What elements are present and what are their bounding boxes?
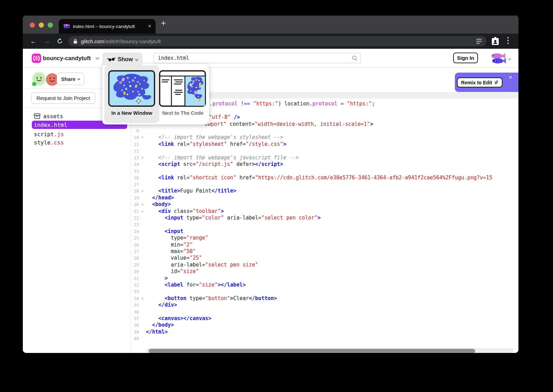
code-line: 13 <!-- import the webpage's javascript … bbox=[131, 155, 518, 161]
fold-spacer bbox=[141, 282, 146, 288]
fold-toggle-icon[interactable] bbox=[141, 208, 146, 215]
new-window-illustration bbox=[108, 70, 155, 107]
banner-close-icon[interactable]: × bbox=[509, 74, 512, 81]
line-number: 11 bbox=[131, 141, 141, 148]
scrollbar-thumb[interactable] bbox=[149, 349, 475, 353]
code-line: 17 bbox=[131, 181, 518, 188]
code-line: 27 max="50" bbox=[131, 248, 518, 255]
line-number: 32 bbox=[131, 282, 141, 288]
line-number: 13 bbox=[131, 155, 141, 161]
new-tab-button[interactable]: + bbox=[161, 18, 166, 28]
line-number: 21 bbox=[131, 208, 141, 215]
back-button[interactable]: ← bbox=[28, 36, 39, 46]
line-number: 27 bbox=[131, 248, 141, 255]
fold-spacer bbox=[141, 309, 146, 315]
archive-box-icon bbox=[34, 113, 40, 119]
line-number: 29 bbox=[131, 262, 141, 268]
code-line: 11 <link rel="stylesheet" href="/style.c… bbox=[131, 141, 518, 148]
reload-icon bbox=[57, 38, 63, 44]
sunglasses-icon bbox=[107, 57, 115, 62]
code-line: 20 <body> bbox=[131, 201, 518, 208]
sign-in-button[interactable]: Sign In bbox=[453, 53, 478, 63]
remix-label: Remix to Edit bbox=[461, 80, 492, 85]
code-line: 36 bbox=[131, 309, 518, 315]
tab-close-icon[interactable]: × bbox=[148, 23, 151, 30]
traffic-light-close-icon[interactable] bbox=[30, 22, 35, 28]
fold-spacer bbox=[141, 195, 146, 201]
line-number: 15 bbox=[131, 168, 141, 174]
chevron-down-icon bbox=[507, 56, 511, 60]
assets-label: assets bbox=[43, 113, 63, 120]
code-line: 21 <div class="toolbar"> bbox=[131, 208, 518, 215]
fold-spacer bbox=[141, 248, 146, 255]
code-line: 9 bbox=[131, 128, 518, 134]
fold-toggle-icon[interactable] bbox=[141, 188, 146, 194]
line-number: 19 bbox=[131, 195, 141, 201]
traffic-light-zoom-icon[interactable] bbox=[48, 22, 53, 28]
code-line: 31 > bbox=[131, 275, 518, 282]
share-button[interactable]: Share bbox=[57, 73, 84, 85]
code-line: 26 min="2" bbox=[131, 242, 518, 248]
line-number: 22 bbox=[131, 215, 141, 221]
file-style-css[interactable]: style.css bbox=[23, 138, 130, 147]
show-menu: In a New Window bbox=[102, 64, 209, 124]
code-line: 33 bbox=[131, 288, 518, 295]
fold-spacer bbox=[141, 329, 146, 335]
code-line: 37 <canvas></canvas> bbox=[131, 315, 518, 322]
fold-spacer bbox=[141, 141, 146, 148]
glitch-header: bouncy-candytuft Sign In bbox=[23, 49, 518, 68]
fold-spacer bbox=[141, 322, 146, 328]
code-line: 28 value="25" bbox=[131, 255, 518, 261]
code-line: 14 <script src="/script.js" defer></scri… bbox=[131, 161, 518, 168]
fold-spacer bbox=[141, 315, 146, 322]
fold-spacer bbox=[141, 262, 146, 268]
profile-badge-icon[interactable] bbox=[491, 37, 499, 47]
url-domain: glitch.com bbox=[81, 38, 104, 44]
remix-to-edit-button[interactable]: Remix to Edit bbox=[457, 77, 503, 87]
fold-toggle-icon[interactable] bbox=[141, 201, 146, 208]
file-name: script.js bbox=[34, 131, 64, 138]
line-number: 16 bbox=[131, 175, 141, 181]
code-line: 19 </head> bbox=[131, 195, 518, 201]
code-line: 39</html> bbox=[131, 329, 518, 335]
menu-item-next-to-code[interactable]: Next to The Code bbox=[157, 65, 209, 123]
line-number: 36 bbox=[131, 309, 141, 315]
microphone-icon bbox=[494, 80, 498, 85]
line-number: 20 bbox=[131, 201, 141, 208]
fold-toggle-icon[interactable] bbox=[141, 134, 146, 141]
horizontal-scrollbar[interactable] bbox=[146, 348, 514, 353]
fold-spacer bbox=[141, 215, 146, 221]
fold-toggle-icon[interactable] bbox=[141, 155, 146, 161]
browser-tab[interactable]: index.html – bouncy-candytuft × bbox=[59, 19, 156, 34]
code-line: 40 bbox=[131, 335, 518, 342]
code-line: 34 <button type="button">Clear</button> bbox=[131, 295, 518, 302]
file-script-js[interactable]: script.js bbox=[23, 130, 130, 138]
show-label: Show bbox=[118, 56, 133, 63]
reload-button[interactable] bbox=[55, 36, 65, 46]
url-text: glitch.com/edit/#!/bouncy-candytuft bbox=[81, 38, 161, 44]
project-name-button[interactable]: bouncy-candytuft bbox=[43, 55, 91, 62]
forward-button[interactable]: → bbox=[41, 36, 52, 46]
fold-spacer bbox=[141, 228, 146, 235]
line-number: 30 bbox=[131, 268, 141, 275]
fold-toggle-icon[interactable] bbox=[141, 295, 146, 302]
fold-spacer bbox=[141, 242, 146, 248]
reading-list-icon[interactable] bbox=[476, 39, 482, 44]
traffic-light-minimize-icon[interactable] bbox=[39, 22, 44, 28]
code-editor[interactable]: .protocol !== "https:") location.protoco… bbox=[131, 99, 518, 348]
code-line: 32 <label for="size"></label> bbox=[131, 282, 518, 288]
line-number: 40 bbox=[131, 335, 141, 342]
url-path: /edit/#!/bouncy-candytuft bbox=[104, 38, 161, 44]
search-input[interactable] bbox=[153, 53, 361, 63]
line-number: 24 bbox=[131, 228, 141, 235]
browser-window: index.html – bouncy-candytuft × + ← → gl… bbox=[23, 16, 518, 353]
browser-menu-icon[interactable] bbox=[507, 37, 509, 44]
glitch-logo-icon[interactable] bbox=[32, 54, 41, 64]
request-to-join-button[interactable]: Request to Join Project bbox=[31, 92, 95, 104]
menu-item-new-window[interactable]: In a New Window bbox=[104, 65, 159, 123]
show-button[interactable]: Show bbox=[102, 53, 142, 66]
code-line: 35 </div> bbox=[131, 302, 518, 308]
address-bar[interactable]: glitch.com/edit/#!/bouncy-candytuft bbox=[68, 36, 487, 46]
user-avatar[interactable] bbox=[490, 52, 506, 66]
fold-spacer bbox=[141, 302, 146, 308]
